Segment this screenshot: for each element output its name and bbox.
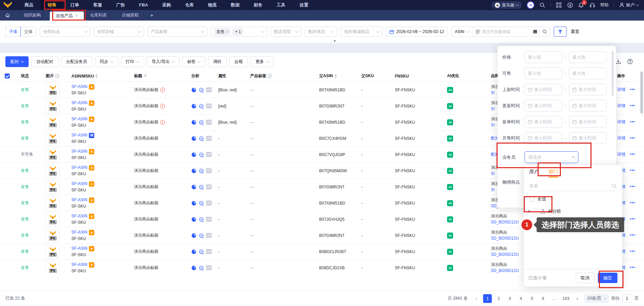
export-download-icon[interactable] (615, 59, 621, 64)
date-range-picker[interactable]: 2026-02-06 ~ 2026-02-12 (386, 27, 448, 37)
topnav-item[interactable]: 设置 (293, 0, 315, 10)
expand-caret-icon[interactable] (529, 210, 531, 213)
row-more-button[interactable]: ••• (630, 200, 635, 206)
product-image[interactable]: 赛狐 (46, 180, 60, 194)
ai-optimize-badge[interactable]: AI (447, 168, 453, 174)
pie-analysis-icon[interactable] (191, 201, 197, 206)
select-all-checkbox[interactable] (529, 197, 534, 202)
product-image[interactable]: 赛狐 (46, 99, 60, 113)
chip-close-icon[interactable]: × (226, 30, 228, 34)
toolbar-button[interactable]: 配对 (5, 56, 29, 67)
toolbar-button[interactable]: 同步 (95, 56, 118, 67)
low-price-select[interactable]: 低价商城商品 (341, 27, 382, 37)
topnav-item[interactable]: FBA (132, 0, 155, 10)
help-icon[interactable]: ? (55, 74, 60, 78)
page-number[interactable]: 4 (516, 294, 525, 303)
notification-bell-icon[interactable]: 8 (578, 2, 584, 8)
pie-analysis-icon[interactable] (191, 152, 197, 157)
ai-optimize-badge[interactable]: AI (447, 103, 453, 109)
product-image[interactable]: 赛狐 (46, 196, 60, 210)
page-size-select[interactable]: 20条/页 (584, 294, 609, 303)
detail-link[interactable]: 详情 (617, 103, 625, 109)
trend-chart-icon[interactable] (206, 103, 212, 109)
title-warning-icon[interactable]: ! (160, 104, 165, 109)
toolbar-button[interactable]: 调价 (208, 56, 227, 67)
product-image[interactable]: 赛狐 (46, 245, 60, 259)
trend-chart-icon[interactable] (206, 120, 212, 125)
asin-link[interactable]: SF-ASIN (71, 246, 87, 251)
title-warning-icon[interactable]: ! (160, 88, 165, 92)
ai-optimize-badge[interactable]: AI (447, 200, 453, 206)
keyword-radar-icon[interactable] (199, 249, 204, 254)
tab-close-icon[interactable]: × (75, 11, 78, 21)
ai-optimize-badge[interactable]: AI (447, 87, 453, 93)
trend-chart-icon[interactable] (206, 87, 212, 92)
row-more-button[interactable]: ••• (630, 119, 635, 125)
product-image[interactable]: 赛狐 (46, 83, 60, 97)
max-input[interactable]: 最大值 (569, 67, 607, 79)
panel-scrollbar[interactable] (612, 50, 614, 154)
min-input[interactable]: 最小值 (524, 51, 562, 63)
table-help-icon[interactable] (627, 59, 633, 64)
topnav-item[interactable]: 广告 (109, 0, 132, 10)
row-more-button[interactable]: ••• (630, 184, 635, 190)
min-input[interactable]: 最小时间 (524, 100, 562, 112)
toolbar-button[interactable]: 标签 (182, 56, 205, 67)
marketplace-switcher[interactable]: a 亚马逊 (492, 1, 522, 9)
asin-link[interactable]: SF-ASIN (71, 230, 87, 235)
ai-optimize-badge[interactable]: AI (447, 184, 453, 190)
keyword-radar-icon[interactable] (199, 87, 204, 93)
trend-chart-icon[interactable] (206, 217, 212, 222)
pie-analysis-icon[interactable] (191, 217, 197, 222)
help-link[interactable]: 帮助 (600, 2, 609, 8)
select-all-checkbox[interactable] (5, 73, 10, 79)
row-more-button[interactable]: ••• (630, 216, 635, 222)
page-number[interactable]: 143 (561, 294, 571, 303)
support-headset-icon[interactable] (589, 2, 595, 8)
add-tab-button[interactable]: + (145, 12, 159, 19)
cancel-button[interactable]: 取消 (576, 273, 595, 283)
shop-select[interactable]: 全部店铺 (94, 27, 144, 37)
topnav-item[interactable]: 商品 (18, 0, 40, 10)
tabbar-item[interactable]: 店铺授权 (116, 10, 145, 21)
delivery-type-select[interactable]: 配送类型 (271, 27, 302, 37)
row-more-button[interactable]: ••• (630, 103, 635, 109)
tabbar-item[interactable]: 仓库列表 (84, 10, 113, 21)
keyword-radar-icon[interactable] (199, 168, 204, 174)
filter-funnel-icon[interactable] (143, 74, 147, 78)
max-input[interactable]: 最大时间 (569, 84, 607, 95)
toolbar-button[interactable]: 导入/导出 (147, 56, 179, 67)
page-number[interactable]: 3 (505, 294, 514, 303)
product-image[interactable]: 赛狐 (46, 131, 60, 146)
product-image[interactable]: 赛狐 (46, 115, 60, 129)
detail-link[interactable]: 详情 (617, 152, 625, 157)
tabbar-item[interactable]: 组织架构 (18, 10, 47, 21)
asin-link[interactable]: SF-ASIN (71, 197, 87, 203)
row-more-button[interactable]: ••• (630, 135, 635, 141)
trend-chart-icon[interactable] (206, 184, 212, 189)
trend-chart-icon[interactable] (206, 233, 212, 238)
pie-analysis-icon[interactable] (191, 233, 197, 238)
keyword-radar-icon[interactable] (199, 233, 204, 238)
search-icon[interactable] (539, 2, 545, 8)
prev-page-button[interactable]: ‹ (472, 294, 481, 303)
pie-analysis-icon[interactable] (191, 87, 197, 93)
pie-analysis-icon[interactable] (191, 184, 197, 190)
toolbar-button[interactable]: 打印 (121, 56, 144, 67)
ai-optimize-badge[interactable]: AI (447, 265, 453, 271)
ai-optimize-badge[interactable]: AI (447, 249, 453, 255)
product-image[interactable]: 赛狐 (46, 212, 60, 226)
topnav-item[interactable]: 财务 (247, 0, 270, 10)
search-submit-icon[interactable] (539, 27, 550, 36)
detail-link[interactable]: 详情 (617, 87, 625, 93)
row-more-button[interactable]: ••• (630, 265, 635, 271)
topnav-item[interactable]: 销售 (40, 0, 63, 10)
asin-link[interactable]: SF-ASIN (71, 165, 87, 170)
pie-analysis-icon[interactable] (191, 265, 197, 271)
detail-link[interactable]: 详情 (617, 135, 625, 141)
sale-status-select[interactable]: 在售× + 1 (211, 27, 267, 37)
keyword-radar-icon[interactable] (199, 136, 204, 141)
product-image[interactable]: 赛狐 (46, 164, 60, 178)
topnav-item[interactable]: 采购 (155, 0, 178, 10)
keyword-radar-icon[interactable] (199, 201, 204, 206)
